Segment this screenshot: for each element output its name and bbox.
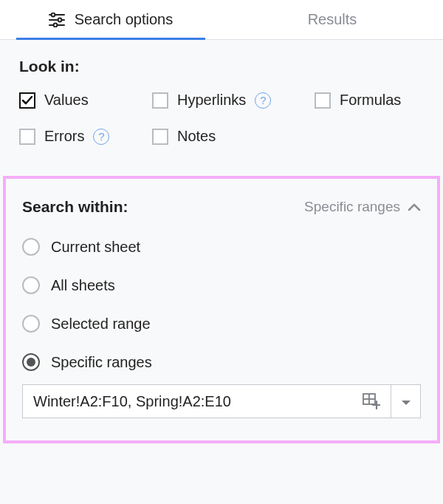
tab-results[interactable]: Results: [222, 0, 443, 39]
look-in-section: Look in: Values Hyperlinks ? Formulas Er…: [0, 40, 443, 171]
checkbox-values-box[interactable]: [19, 92, 35, 109]
svg-point-3: [51, 13, 55, 16]
tab-results-label: Results: [308, 11, 357, 28]
search-within-section: Search within: Specific ranges Current s…: [3, 176, 440, 443]
range-input-value: Winter!A2:F10, Spring!A2:E10: [33, 393, 355, 410]
checkbox-errors-box[interactable]: [19, 129, 35, 145]
svg-point-4: [58, 18, 61, 21]
radio-current-sheet-label: Current sheet: [51, 239, 140, 256]
help-icon[interactable]: ?: [255, 92, 271, 109]
checkbox-errors-label: Errors: [44, 128, 84, 145]
radio-selected-range[interactable]: Selected range: [22, 315, 421, 333]
checkbox-notes-label: Notes: [177, 128, 216, 145]
radio-specific-ranges-label: Specific ranges: [51, 354, 152, 371]
checkbox-formulas-box[interactable]: [315, 92, 331, 109]
range-input-row: Winter!A2:F10, Spring!A2:E10: [22, 384, 421, 418]
checkbox-formulas-label: Formulas: [340, 92, 401, 109]
svg-point-5: [53, 23, 57, 27]
checkbox-notes[interactable]: Notes: [152, 128, 315, 145]
checkbox-hyperlinks[interactable]: Hyperlinks ?: [152, 92, 315, 109]
radio-specific-ranges[interactable]: Specific ranges: [22, 353, 421, 371]
checkbox-hyperlinks-label: Hyperlinks: [177, 92, 246, 109]
help-icon[interactable]: ?: [93, 129, 109, 145]
range-dropdown[interactable]: [391, 384, 421, 418]
search-within-title: Search within:: [22, 198, 128, 216]
checkbox-hyperlinks-box[interactable]: [152, 92, 168, 109]
radio-specific-ranges-circle[interactable]: [22, 353, 40, 371]
radio-all-sheets-label: All sheets: [51, 277, 115, 294]
search-within-collapse[interactable]: Specific ranges: [304, 199, 421, 215]
look-in-title: Look in:: [19, 58, 424, 75]
checkbox-errors[interactable]: Errors ?: [19, 128, 152, 145]
tab-search-options[interactable]: Search options: [0, 0, 222, 39]
search-within-summary: Specific ranges: [304, 199, 400, 215]
radio-current-sheet[interactable]: Current sheet: [22, 238, 421, 256]
checkbox-notes-box[interactable]: [152, 129, 168, 145]
radio-all-sheets[interactable]: All sheets: [22, 276, 421, 294]
radio-selected-range-label: Selected range: [51, 316, 151, 333]
tab-search-options-label: Search options: [75, 11, 173, 28]
checkbox-values-label: Values: [44, 92, 89, 109]
select-range-icon[interactable]: [355, 393, 380, 409]
radio-all-sheets-circle[interactable]: [22, 276, 40, 294]
range-input[interactable]: Winter!A2:F10, Spring!A2:E10: [22, 384, 391, 418]
sliders-icon: [49, 13, 65, 27]
caret-down-icon: [401, 393, 411, 410]
tabs: Search options Results: [0, 0, 443, 40]
checkbox-values[interactable]: Values: [19, 92, 152, 109]
radio-selected-range-circle[interactable]: [22, 315, 40, 333]
radio-current-sheet-circle[interactable]: [22, 238, 40, 256]
chevron-up-icon: [408, 199, 421, 215]
checkbox-formulas[interactable]: Formulas: [315, 92, 401, 109]
